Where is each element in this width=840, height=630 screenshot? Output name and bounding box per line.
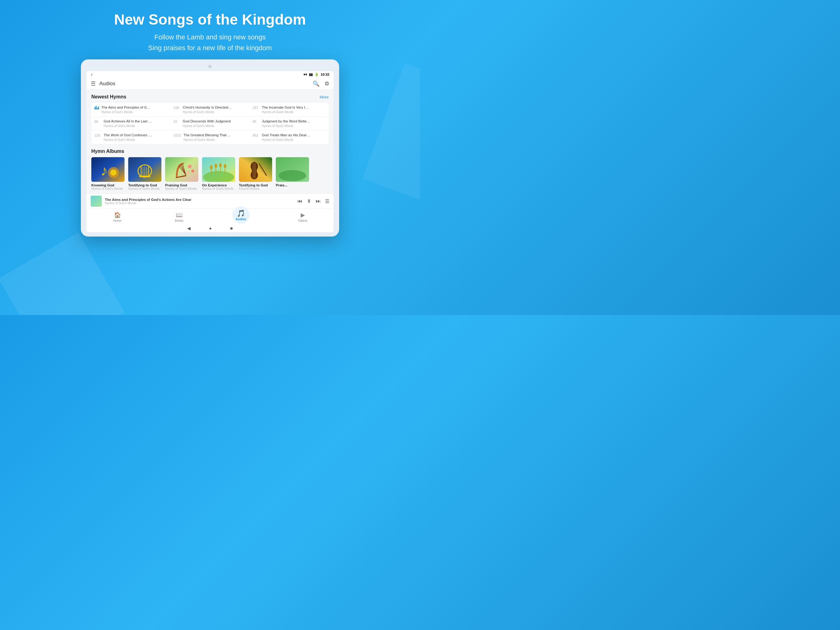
nav-item-videos[interactable]: ▶ Videos (292, 212, 314, 222)
album-card-on-experience[interactable]: On Experience Hymns of God's Words (202, 157, 235, 190)
hymn-sub: Hymns of God's Words (262, 111, 311, 114)
album-name: Testifying to God (128, 184, 161, 187)
album-card-testifying-god-1[interactable]: Testifying to God Hymns of God's Words (128, 157, 161, 190)
hymn-sub: Hymns of God's Words (262, 138, 311, 141)
menu-icon[interactable]: ☰ (91, 80, 96, 87)
tablet-frame: ♪ ▾▾ ▮▮ 🔋 10:32 ☰ Audios 🔍 ⚙ Newest Hymn… (81, 59, 339, 237)
hymn-sub: Hymns of God's Words (104, 138, 153, 141)
hymn-sub: Hymns of God's Words (101, 111, 151, 114)
hymn-info: The Incarnate God Is Very Important t...… (262, 105, 311, 114)
svg-point-3 (111, 169, 117, 176)
hymn-sub: Hymns of God's Words (183, 124, 231, 128)
svg-point-18 (191, 169, 194, 173)
album-card-praise[interactable]: Prais... (276, 157, 309, 190)
hymn-number: 85 (253, 119, 259, 123)
svg-point-27 (219, 163, 222, 167)
svg-text:♪: ♪ (101, 162, 108, 179)
app-bar-title: Audios (99, 81, 309, 87)
hymn-number: 159 (174, 105, 180, 109)
hymn-name: God Treats Man as His Dearest C... (262, 133, 311, 138)
hymn-number: 86 (95, 119, 101, 123)
now-playing-bar[interactable]: The Aims and Principles of God's Actions… (87, 193, 333, 209)
content-area: Newest Hymns More The Aims and P (87, 90, 333, 193)
album-sub: Hymns of God's Words (202, 187, 235, 190)
svg-point-36 (279, 170, 306, 181)
hymn-info: The Aims and Principles of God's Acti...… (101, 105, 151, 114)
hymn-number: 32 (174, 119, 180, 123)
album-thumb-knowing-god: ♪ (91, 157, 125, 182)
now-playing-title: The Aims and Principles of God's Actions… (105, 198, 294, 201)
signal-icon: ▮▮ (309, 73, 313, 77)
search-icon[interactable]: 🔍 (313, 80, 319, 87)
list-item[interactable]: 852 God Treats Man as His Dearest C... H… (249, 130, 329, 144)
status-right: ▾▾ ▮▮ 🔋 10:32 (303, 73, 329, 77)
hymn-sub: Hymns of God's Words (104, 124, 153, 128)
more-link[interactable]: More (319, 95, 329, 99)
books-icon: 📖 (176, 212, 183, 218)
tablet-camera (208, 65, 212, 68)
hymn-name: God Descends With Judgment (183, 119, 231, 123)
albums-section-title: Hymn Albums (91, 149, 124, 154)
list-item[interactable]: The Aims and Principles of God's Acti...… (91, 103, 171, 117)
newest-hymns-header: Newest Hymns More (91, 94, 329, 100)
list-item[interactable]: 1015 The Greatest Blessing That God G...… (171, 130, 249, 144)
nav-item-home[interactable]: 🏠 Home (107, 212, 128, 222)
svg-point-17 (188, 165, 191, 168)
battery-icon: 🔋 (314, 73, 319, 77)
pause-button[interactable]: ⏸ (306, 198, 311, 204)
hymn-name: The Aims and Principles of God's Acti... (101, 105, 151, 110)
recents-button[interactable]: ■ (230, 226, 233, 231)
screen: ♪ ▾▾ ▮▮ 🔋 10:32 ☰ Audios 🔍 ⚙ Newest Hymn… (87, 71, 333, 232)
back-button[interactable]: ◀ (187, 226, 191, 231)
prev-button[interactable]: ⏮ (297, 198, 302, 204)
system-nav-bar: ◀ ● ■ (87, 224, 333, 232)
list-item[interactable]: 32 God Descends With Judgment Hymns of G… (171, 117, 249, 130)
tablet-top-bar (87, 65, 333, 68)
svg-point-25 (215, 164, 217, 168)
nav-label-books: Books (175, 219, 183, 222)
hymn-name: The Work of God Continues to Ac... (104, 133, 153, 138)
hymns-grid: The Aims and Principles of God's Acti...… (91, 103, 329, 144)
nav-item-books[interactable]: 📖 Books (169, 212, 190, 222)
hymn-name: The Incarnate God Is Very Important t... (262, 105, 311, 110)
album-thumb-praising (165, 157, 198, 182)
album-card-knowing-god[interactable]: ♪ Knowing God Hymns of God's Words (91, 157, 125, 190)
next-button[interactable]: ⏭ (316, 198, 321, 204)
settings-icon[interactable]: ⚙ (324, 80, 329, 87)
album-thumb-experience (202, 157, 235, 182)
album-card-praising-god[interactable]: Praising God Hymns of God's Words (165, 157, 198, 190)
videos-icon: ▶ (301, 212, 305, 218)
list-item[interactable]: 85 Judgment by the Word Better Repres...… (249, 117, 329, 130)
now-playing-sub: Hymns of God's Words (105, 201, 294, 205)
time-display: 10:32 (321, 73, 329, 76)
music-status-icon: ♪ (91, 72, 93, 77)
nav-label-home: Home (113, 219, 122, 222)
svg-rect-11 (139, 176, 150, 177)
home-button[interactable]: ● (209, 226, 212, 231)
svg-rect-0 (91, 157, 125, 182)
list-item[interactable]: 86 God Achieves All in the Last Days Mai… (91, 117, 171, 130)
album-name: Prais... (276, 184, 309, 187)
album-name: On Experience (202, 184, 235, 187)
list-item[interactable]: 128 The Work of God Continues to Ac... H… (91, 130, 171, 144)
list-item[interactable]: 159 Christ's Humanity Is Directed by God… (171, 103, 249, 117)
nav-label-videos: Videos (298, 219, 307, 222)
album-name: Knowing God (91, 184, 125, 187)
hymn-sub: Hymns of God's Words (183, 111, 232, 114)
playlist-button[interactable]: ☰ (325, 198, 329, 204)
album-sub: Hymns of God's Words (165, 187, 198, 190)
hymn-info: The Greatest Blessing That God G... Hymn… (183, 133, 233, 141)
hymn-info: God Treats Man as His Dearest C... Hymns… (262, 133, 311, 141)
newest-hymns-title: Newest Hymns (91, 94, 126, 100)
hymn-name: The Greatest Blessing That God G... (183, 133, 233, 138)
bottom-nav: 🏠 Home 📖 Books 🎵 Audios ▶ Videos (87, 209, 333, 224)
album-name: Testifying to God (239, 184, 272, 187)
hymn-name: God Achieves All in the Last Days Mai... (104, 119, 153, 123)
page-subtitle: Follow the Lamb and sing new songs Sing … (114, 32, 306, 53)
now-playing-thumb (91, 196, 102, 207)
nav-item-audios[interactable]: 🎵 Audios (230, 210, 252, 224)
svg-point-29 (224, 164, 226, 168)
album-thumb-testifying-1 (128, 157, 161, 182)
album-card-testifying-god-2[interactable]: Testifying to God Church Hymns (239, 157, 272, 190)
list-item[interactable]: 187 The Incarnate God Is Very Important … (249, 103, 329, 117)
